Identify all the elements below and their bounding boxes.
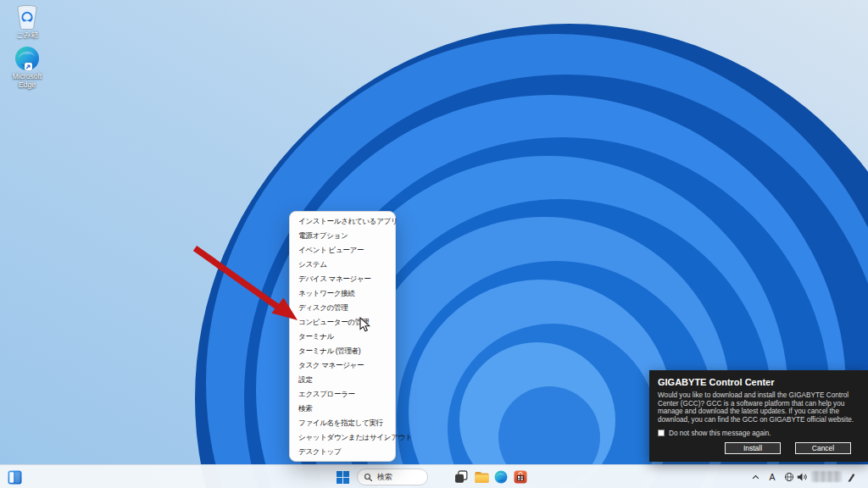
task-view-icon [454, 470, 468, 484]
widgets-icon [8, 470, 22, 485]
desktop-icon-label: Microsoft Edge [3, 73, 51, 90]
taskbar: 検索 [0, 464, 868, 488]
store-icon [514, 470, 527, 484]
gigabyte-dialog: GIGABYTE Control Center Would you like t… [649, 370, 868, 462]
search-icon [364, 473, 373, 482]
clock-blurred[interactable] [811, 471, 842, 482]
menu-item-terminal-admin[interactable]: ターミナル (管理者) [290, 344, 395, 358]
winx-context-menu: インストールされているアプリ 電源オプション イベント ビューアー システム デ… [289, 211, 396, 462]
network-globe-icon [784, 472, 794, 482]
menu-item-disk-management[interactable]: ディスクの管理 [290, 301, 395, 315]
menu-item-installed-apps[interactable]: インストールされているアプリ [290, 214, 395, 229]
menu-item-power-options[interactable]: 電源オプション [290, 229, 395, 243]
menu-item-terminal[interactable]: ターミナル [290, 330, 395, 344]
taskbar-search[interactable]: 検索 [357, 469, 428, 485]
menu-item-event-viewer[interactable]: イベント ビューアー [290, 243, 395, 258]
recycle-bin-icon [14, 3, 40, 30]
file-explorer-icon [475, 471, 489, 484]
start-button[interactable] [335, 469, 350, 485]
install-button[interactable]: Install [725, 442, 781, 454]
widgets-button[interactable] [7, 469, 22, 485]
volume-button[interactable] [796, 470, 809, 484]
pen-icon [847, 472, 855, 482]
menu-item-computer-management[interactable]: コンピューターの管理 [290, 315, 395, 330]
network-button[interactable] [782, 470, 795, 484]
dont-show-again-label: Do not show this message again. [669, 430, 771, 437]
speaker-icon [797, 472, 808, 482]
start-icon [337, 471, 349, 484]
task-view-button[interactable] [453, 469, 469, 485]
menu-item-system[interactable]: システム [290, 258, 395, 272]
file-explorer-button[interactable] [474, 469, 489, 485]
desktop-icon-label: ごみ箱 [3, 31, 51, 40]
menu-item-search[interactable]: 検索 [290, 402, 395, 417]
menu-item-explorer[interactable]: エクスプローラー [290, 388, 395, 402]
search-placeholder: 検索 [377, 472, 392, 483]
hidden-icons-button[interactable] [750, 470, 761, 484]
desktop-icon-edge[interactable]: Microsoft Edge [3, 46, 51, 90]
dont-show-again-checkbox[interactable] [658, 430, 665, 436]
edge-icon [494, 470, 508, 484]
shortcut-arrow-icon [25, 63, 32, 70]
chevron-up-icon [752, 474, 760, 480]
tray-app-icon[interactable] [845, 470, 856, 484]
menu-item-settings[interactable]: 設定 [290, 374, 395, 388]
ime-indicator-label: A [769, 472, 775, 482]
menu-item-device-manager[interactable]: デバイス マネージャー [290, 272, 395, 286]
menu-item-desktop[interactable]: デスクトップ [290, 446, 395, 460]
dialog-title: GIGABYTE Control Center [658, 377, 860, 387]
store-button[interactable] [513, 469, 528, 485]
edge-button[interactable] [493, 469, 509, 485]
menu-item-task-manager[interactable]: タスク マネージャー [290, 358, 395, 373]
menu-item-network-connections[interactable]: ネットワーク接続 [290, 286, 395, 301]
windows-desktop: ごみ箱 Microsoft Edge インス [0, 0, 868, 488]
dialog-body-text: Would you like to download and install t… [658, 391, 860, 424]
menu-item-run[interactable]: ファイル名を指定して実行 [290, 417, 395, 431]
ime-mode-indicator[interactable]: A [766, 470, 778, 484]
cancel-button[interactable]: Cancel [795, 442, 851, 454]
desktop-icon-recycle-bin[interactable]: ごみ箱 [3, 3, 51, 40]
submenu-chevron-icon: › [384, 433, 387, 443]
menu-item-label: シャットダウンまたはサインアウト [298, 433, 412, 443]
menu-item-shutdown-signout[interactable]: シャットダウンまたはサインアウト › [290, 431, 395, 446]
